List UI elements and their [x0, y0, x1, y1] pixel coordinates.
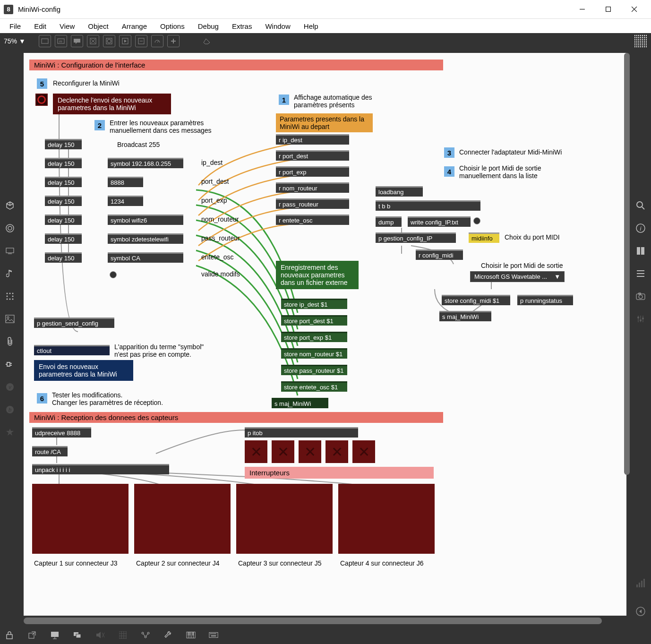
comment-new-icon[interactable]: [71, 35, 83, 47]
delay-box[interactable]: delay 150: [45, 196, 82, 206]
s-maj-box-2[interactable]: s maj_MiniWi: [439, 311, 491, 321]
vertical-scrollbar[interactable]: [624, 53, 630, 616]
midi-port-dropdown[interactable]: Microsoft GS Wavetable ...▼: [470, 271, 565, 282]
delay-box[interactable]: delay 150: [45, 252, 82, 263]
power-icon[interactable]: [635, 606, 646, 617]
sensor-panel-1[interactable]: [32, 484, 128, 554]
zoom-level[interactable]: 75% ▼: [4, 37, 26, 45]
menu-help[interactable]: Help: [297, 20, 325, 32]
symbol-box[interactable]: 1234: [108, 196, 143, 206]
target-icon[interactable]: [5, 223, 15, 233]
b-icon[interactable]: b: [5, 404, 15, 415]
levels-icon[interactable]: [635, 578, 646, 588]
minimize-button[interactable]: [569, 0, 595, 19]
toggle-4[interactable]: ✕: [326, 440, 348, 463]
close-button[interactable]: [621, 0, 647, 19]
toggle-5[interactable]: ✕: [352, 440, 375, 463]
send-maj-box[interactable]: s maj_MiniWi: [272, 398, 328, 408]
menu-view[interactable]: View: [53, 20, 81, 32]
gestion-send-box[interactable]: p gestion_send_config: [34, 318, 114, 328]
keyboard-icon[interactable]: [209, 630, 218, 640]
delay-box[interactable]: delay 150: [45, 233, 82, 244]
play-new-icon[interactable]: [119, 35, 131, 47]
clip-icon[interactable]: [5, 336, 15, 347]
menu-extras[interactable]: Extras: [225, 20, 259, 32]
ctlout-box[interactable]: ctlout: [34, 345, 110, 355]
menu-debug[interactable]: Debug: [191, 20, 225, 32]
eraser-icon[interactable]: [201, 35, 214, 47]
lock-icon[interactable]: [5, 630, 14, 640]
list-icon[interactable]: [635, 268, 646, 279]
sliders-icon[interactable]: [635, 314, 646, 324]
runningstatus-box[interactable]: p runningstatus: [517, 295, 573, 305]
message-new-icon[interactable]: m: [55, 35, 67, 47]
maximize-button[interactable]: [595, 0, 621, 19]
delay-box[interactable]: delay 150: [45, 158, 82, 168]
receive-box[interactable]: r ip_dest: [276, 134, 349, 145]
small-bang[interactable]: [473, 217, 480, 224]
presentation-icon[interactable]: [50, 630, 60, 640]
r-config-midi-box[interactable]: r config_midi: [416, 249, 463, 260]
bang-new-icon[interactable]: [103, 35, 115, 47]
symbol-box[interactable]: symbol 192.168.0.255: [108, 158, 183, 168]
sensor-panel-3[interactable]: [236, 484, 333, 554]
toggle-new-icon[interactable]: [87, 35, 99, 47]
receive-box[interactable]: r port_exp: [276, 166, 349, 177]
sensor-panel-2[interactable]: [134, 484, 231, 554]
cube-icon[interactable]: [5, 200, 15, 211]
grid-toggle-icon[interactable]: [634, 34, 647, 48]
receive-box[interactable]: r port_dest: [276, 150, 349, 161]
star-icon[interactable]: [5, 427, 15, 438]
symbol-box[interactable]: symbol wifiz6: [108, 215, 183, 225]
symbol-box[interactable]: symbol zdetestelewifi: [108, 233, 183, 244]
dump-box[interactable]: dump: [376, 216, 402, 227]
itob-box[interactable]: p itob: [245, 427, 358, 438]
write-box[interactable]: write config_IP.txt: [408, 216, 471, 227]
delay-box[interactable]: delay 150: [45, 139, 82, 149]
menu-file[interactable]: File: [3, 20, 27, 32]
tbb-box[interactable]: t b b: [376, 200, 480, 211]
search-icon[interactable]: [635, 200, 646, 211]
camera-icon[interactable]: [635, 291, 646, 301]
menu-options[interactable]: Options: [154, 20, 191, 32]
add-icon[interactable]: [167, 35, 180, 47]
info-icon[interactable]: i: [635, 223, 646, 233]
store-box[interactable]: store nom_routeur $1: [281, 348, 347, 359]
udpreceive-box[interactable]: udpreceive 8888: [32, 427, 91, 438]
unpack-box[interactable]: unpack i i i i i: [32, 464, 169, 474]
toggle-1[interactable]: ✕: [245, 440, 267, 463]
receive-box[interactable]: r entete_osc: [276, 215, 349, 225]
patch-canvas[interactable]: MiniWi : Configuration de l'interface 5 …: [24, 53, 626, 616]
v-icon[interactable]: v: [5, 382, 15, 392]
device-icon[interactable]: [5, 246, 15, 256]
toggle-2[interactable]: ✕: [272, 440, 294, 463]
gestion-ip-box[interactable]: p gestion_config_IP: [376, 232, 456, 243]
horizontal-scrollbar[interactable]: [24, 618, 602, 624]
note-icon[interactable]: [5, 268, 15, 279]
columns-icon[interactable]: [635, 246, 646, 256]
plug-icon[interactable]: [5, 359, 15, 369]
grid-small-icon[interactable]: [118, 630, 128, 640]
newwin-icon[interactable]: [27, 630, 37, 640]
bang-button[interactable]: [35, 94, 48, 106]
route-box[interactable]: route /CA: [32, 446, 68, 456]
image-icon[interactable]: [5, 314, 15, 324]
store-box[interactable]: store port_dest $1: [281, 315, 347, 326]
store-box[interactable]: store ip_dest $1: [281, 299, 347, 309]
menu-object[interactable]: Object: [81, 20, 115, 32]
menu-edit[interactable]: Edit: [27, 20, 53, 32]
matrix-icon[interactable]: [5, 291, 15, 301]
object-new-icon[interactable]: [39, 35, 51, 47]
store-box[interactable]: store entete_osc $1: [281, 381, 347, 392]
toggle-3[interactable]: ✕: [299, 440, 321, 463]
store-box[interactable]: store pass_routeur $1: [281, 365, 347, 375]
menu-arrange[interactable]: Arrange: [115, 20, 154, 32]
menu-window[interactable]: Window: [258, 20, 297, 32]
store-box[interactable]: store port_exp $1: [281, 332, 347, 342]
number-new-icon[interactable]: [135, 35, 147, 47]
delay-box[interactable]: delay 150: [45, 215, 82, 225]
dial-new-icon[interactable]: [151, 35, 163, 47]
piano-icon[interactable]: [186, 630, 196, 640]
store-config-midi-box[interactable]: store config_midi $1: [442, 295, 510, 305]
sensor-panel-4[interactable]: [338, 484, 435, 554]
